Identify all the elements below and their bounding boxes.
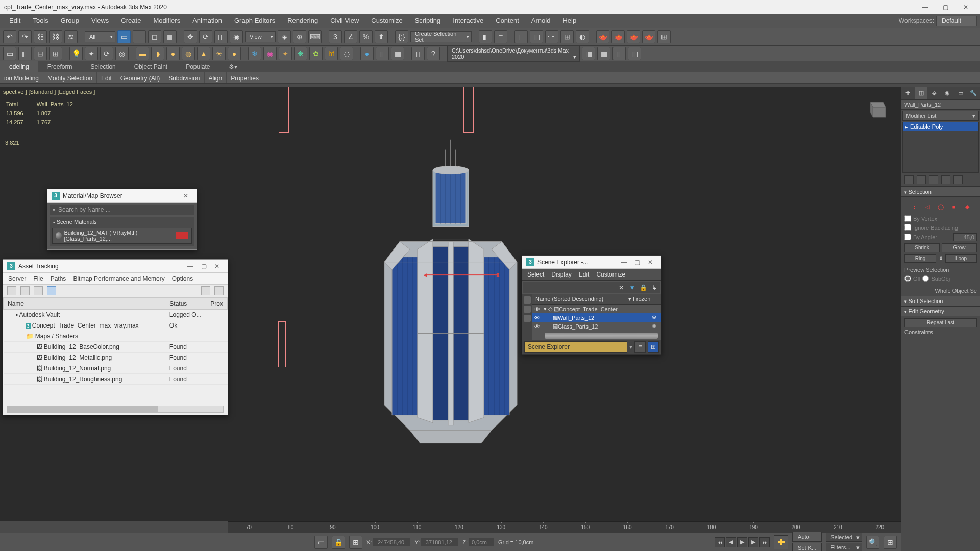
rotate-icon[interactable]: ⟳ <box>199 30 212 43</box>
asset-row[interactable]: 🖼 Building_12_BaseColor.pngFound <box>4 342 228 353</box>
loop-button[interactable]: Loop <box>945 254 977 263</box>
col-prox[interactable]: Prox <box>206 298 228 310</box>
project-a-icon[interactable]: ▦ <box>582 47 595 60</box>
menu-group[interactable]: Group <box>55 14 85 28</box>
placement-icon[interactable]: ◉ <box>230 30 243 43</box>
menu-help[interactable]: Help <box>556 14 582 28</box>
se-row[interactable]: 👁 ▧ Wall_Parts_12 ❄ <box>532 313 661 322</box>
helper-b-icon[interactable]: ▦ <box>376 47 389 60</box>
by-angle-checkbox[interactable]: By Angle: <box>904 233 951 241</box>
angle-snap-icon[interactable]: ∠ <box>344 30 357 43</box>
particle-c-icon[interactable]: ✦ <box>279 47 292 60</box>
lock-icon[interactable]: 🔒 <box>332 536 345 549</box>
display-tab-icon[interactable]: ▭ <box>954 87 967 99</box>
rect-region-icon[interactable]: ◻ <box>148 30 161 43</box>
asset-row[interactable]: 🖼 Building_12_Metallic.pngFound <box>4 353 228 363</box>
helper-a-icon[interactable]: ● <box>360 47 374 60</box>
angle-spinner[interactable]: 45,0 <box>953 233 977 241</box>
add-time-tag-icon[interactable]: ✚ <box>774 535 788 549</box>
ribbon-sub-subdivision[interactable]: Subdivision <box>164 72 204 83</box>
menu-graph-editors[interactable]: Graph Editors <box>228 14 281 28</box>
asset-scrollbar[interactable] <box>7 406 224 413</box>
unlink-icon[interactable]: ⛓ <box>49 30 62 43</box>
select-name-icon[interactable]: ≣ <box>133 30 146 43</box>
workspace-dropdown[interactable]: Default <box>936 16 977 26</box>
se-close-icon[interactable]: ✕ <box>644 259 657 266</box>
col-name[interactable]: Name <box>4 298 165 310</box>
prim-torus-icon[interactable]: ◍ <box>182 47 195 60</box>
manip-icon[interactable]: ⊕ <box>293 30 306 43</box>
project-d-icon[interactable]: ▦ <box>628 47 641 60</box>
at-icon-b[interactable] <box>20 286 30 295</box>
project-c-icon[interactable]: ▦ <box>612 47 626 60</box>
at-icon-e[interactable] <box>201 286 210 295</box>
object-name[interactable]: Wall_Parts_12 <box>901 100 980 110</box>
se-col-frozen[interactable]: ▾ Frozen <box>625 294 661 304</box>
visibility-icon[interactable]: 👁 <box>534 315 542 321</box>
maximize-button[interactable]: ▢ <box>935 0 955 14</box>
percent-snap-icon[interactable]: % <box>359 30 373 43</box>
hierarchy-tab-icon[interactable]: ⬙ <box>927 87 941 99</box>
pin-stack-icon[interactable] <box>904 175 914 184</box>
asset-tracking-max-icon[interactable]: ▢ <box>197 263 210 270</box>
light4-icon[interactable]: ◎ <box>115 47 129 60</box>
se-scrollbar[interactable] <box>545 333 658 339</box>
x-value[interactable]: -247458,40 <box>373 538 410 546</box>
se-tool-c-icon[interactable] <box>524 315 531 322</box>
se-clear-icon[interactable]: ✕ <box>616 282 627 293</box>
play-icon[interactable]: ▶ <box>737 537 747 547</box>
menu-customize[interactable]: Customize <box>365 14 408 28</box>
make-unique-icon[interactable] <box>929 175 938 184</box>
menu-animation[interactable]: Animation <box>186 14 228 28</box>
prim-box-icon[interactable]: ▬ <box>136 47 149 60</box>
pivot-icon[interactable]: ◈ <box>278 30 291 43</box>
se-menu-edit[interactable]: Edit <box>579 271 590 278</box>
bind-icon[interactable]: ≋ <box>64 30 78 43</box>
menu-views[interactable]: Views <box>85 14 115 28</box>
isolate-icon[interactable]: ▭ <box>314 536 328 549</box>
selection-set-dropdown[interactable]: Create Selection Set <box>410 31 472 42</box>
y-value[interactable]: -371881,12 <box>421 538 458 546</box>
menu-tools[interactable]: Tools <box>27 14 54 28</box>
render-frame-icon[interactable]: 🫖 <box>611 30 625 43</box>
material-browser-close-icon[interactable]: ✕ <box>179 192 192 199</box>
visibility-icon[interactable]: 👁 <box>534 323 542 330</box>
configure-sets-icon[interactable] <box>953 175 963 184</box>
open-a360-icon[interactable]: ⊞ <box>657 30 671 43</box>
menu-modifiers[interactable]: Modifiers <box>147 14 186 28</box>
particle-e-icon[interactable]: ✿ <box>309 47 323 60</box>
minimize-button[interactable]: — <box>915 0 935 14</box>
asset-row[interactable]: 📁 Maps / Shaders <box>4 331 228 342</box>
tool-c-icon[interactable]: ⊟ <box>34 47 47 60</box>
ribbon-sub-modify[interactable]: Modify Selection <box>43 72 97 83</box>
asset-row[interactable]: 3 Concept_Trade_Center_max_vray.maxOk <box>4 320 228 331</box>
modifier-editable-poly[interactable]: ▸Editable Poly <box>903 122 978 131</box>
at-menu-options[interactable]: Options <box>172 275 193 282</box>
scene-explorer-window[interactable]: 3 Scene Explorer -... — ▢ ✕ Select Displ… <box>522 255 662 355</box>
edit-selection-set-icon[interactable]: {;} <box>395 30 408 43</box>
autokey-button[interactable]: Auto <box>792 532 822 542</box>
selection-filter-dropdown[interactable]: All <box>85 31 115 42</box>
spinner-snap-icon[interactable]: ⬍ <box>375 30 388 43</box>
menu-rendering[interactable]: Rendering <box>281 14 324 28</box>
next-frame-icon[interactable]: ▶ <box>748 537 758 547</box>
se-max-icon[interactable]: ▢ <box>630 259 644 266</box>
se-row[interactable]: 👁 ▧ Glass_Parts_12 ❄ <box>532 322 661 331</box>
goto-start-icon[interactable]: ⏮ <box>715 537 725 547</box>
nav-a-icon[interactable]: 🔍 <box>866 536 879 549</box>
se-more-icon[interactable]: ↳ <box>649 282 660 293</box>
helper-c-icon[interactable]: ▦ <box>391 47 404 60</box>
z-value[interactable]: 0,0cm <box>469 538 494 546</box>
grow-button[interactable]: Grow <box>942 243 977 252</box>
render-production-icon[interactable]: 🫖 <box>627 30 640 43</box>
nav-b-icon[interactable]: ⊞ <box>884 536 897 549</box>
ref-coord-dropdown[interactable]: View <box>245 31 276 42</box>
particle-f-icon[interactable]: hf <box>325 47 338 60</box>
visibility-icon[interactable]: 👁 <box>534 306 542 312</box>
close-button[interactable]: ✕ <box>955 0 976 14</box>
ribbon-customize-icon[interactable]: ⚙▾ <box>219 61 247 72</box>
se-tool-a-icon[interactable] <box>524 296 531 304</box>
prim-geo-icon[interactable]: ● <box>228 47 241 60</box>
ribbon-sub-poly[interactable]: ion Modeling <box>0 72 43 83</box>
tool-a-icon[interactable]: ▭ <box>3 47 16 60</box>
